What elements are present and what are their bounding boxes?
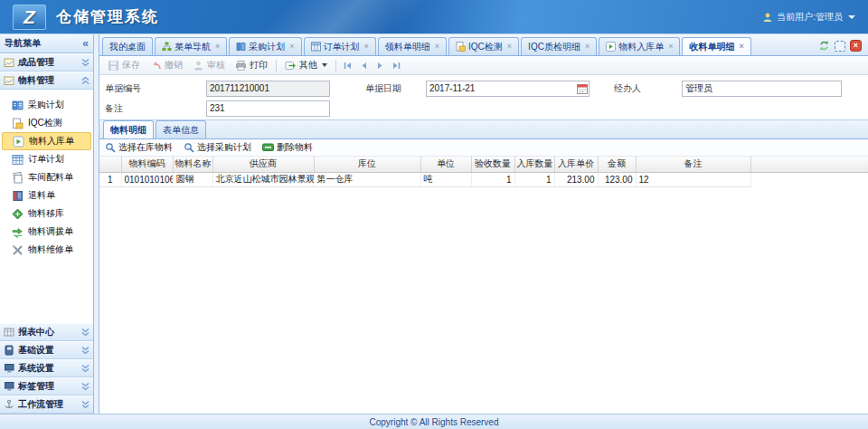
maximize-icon[interactable] <box>835 41 845 52</box>
sidebar-item-label: 订单计划 <box>28 153 64 166</box>
papers-icon <box>12 172 24 184</box>
sidebar-item-material-repair[interactable]: 物料维修单 <box>2 241 91 259</box>
sidebar-panel-base-settings[interactable]: 基础设置 <box>0 341 93 359</box>
save-button[interactable]: 保存 <box>103 58 145 72</box>
tab-form-info[interactable]: 表单信息 <box>156 120 206 138</box>
tab-label: 物料明细 <box>110 124 146 137</box>
first-record-button[interactable] <box>340 60 355 72</box>
col-qty-checked[interactable]: 验收数量 <box>471 157 514 172</box>
collapse-sidebar-icon[interactable]: « <box>82 37 89 50</box>
monitor-icon <box>4 363 14 374</box>
tab-material-inbound[interactable]: 物料入库单 × <box>599 37 680 55</box>
select-purchase-plan-button[interactable]: 选择采购计划 <box>184 141 251 154</box>
print-button[interactable]: 打印 <box>231 58 272 72</box>
doc-date-field[interactable] <box>426 81 590 97</box>
tab-receiving-detail[interactable]: 收料单明细 × <box>682 37 750 55</box>
undo-label: 撤销 <box>165 59 183 72</box>
prev-record-button[interactable] <box>356 60 372 72</box>
sidebar-panel-system-settings[interactable]: 系统设置 <box>0 359 93 377</box>
handler-label: 经办人 <box>614 82 682 95</box>
material-name-cell: 圆钢 <box>173 172 212 186</box>
sidebar-panel-label: 标签管理 <box>18 380 54 393</box>
sidebar-item-material-transfer[interactable]: 物料调拨单 <box>2 223 91 241</box>
sidebar-item-iqc-inspect[interactable]: IQC检测 <box>2 114 91 132</box>
undo-button[interactable]: 撤销 <box>146 58 187 72</box>
sidebar-item-workshop-batching[interactable]: 车间配料单 <box>2 168 91 186</box>
tab-order-plan[interactable]: 订单计划 × <box>304 37 376 55</box>
col-material-code[interactable]: 物料编码 <box>121 157 173 172</box>
crossed-tools-icon <box>12 244 24 256</box>
tab-iqc-qc-detail[interactable]: IQC质检明细 × <box>521 37 597 55</box>
tab-menu-nav[interactable]: 菜单导航 × <box>155 37 227 55</box>
supplier-cell: 北京近山松城市园林景观工程有限 <box>212 172 314 186</box>
sidebar-panel-finished-goods[interactable]: 成品管理 <box>0 53 93 72</box>
refresh-icon[interactable] <box>818 40 830 52</box>
sidebar-panel-materials[interactable]: 物料管理 <box>0 72 93 90</box>
sidebar-panel-label-management[interactable]: 标签管理 <box>0 377 93 396</box>
tab-purchase-plan[interactable]: 采购计划 × <box>229 37 301 55</box>
remark-field[interactable] <box>206 100 330 117</box>
calendar-icon[interactable] <box>577 83 588 94</box>
unit-cell: 吨 <box>420 172 471 186</box>
last-record-button[interactable] <box>389 60 404 72</box>
sidebar-panel-label: 工作流管理 <box>18 398 63 411</box>
col-material-name[interactable]: 物料名称 <box>173 157 212 172</box>
export-icon <box>285 60 297 72</box>
doc-no-label: 单据编号 <box>105 82 206 95</box>
user-menu[interactable]: 当前用户:管理员 <box>762 11 855 24</box>
close-tab-icon[interactable]: × <box>585 43 590 51</box>
anchor-icon <box>4 399 14 410</box>
copyright-text: Copyright © All Rights Reserved <box>370 417 499 427</box>
sidebar-item-material-inbound[interactable]: 物料入库单 <box>2 132 91 150</box>
tabstrip-controls: × <box>818 40 864 55</box>
col-qty-in[interactable]: 入库数量 <box>514 157 554 172</box>
chevron-double-down-icon <box>81 364 90 373</box>
col-remark[interactable]: 备注 <box>636 157 750 172</box>
tab-label: 收料单明细 <box>689 41 734 53</box>
sidebar-item-material-return[interactable]: 退料单 <box>2 186 91 205</box>
sidebar-item-material-move[interactable]: 物料移库 <box>2 205 91 223</box>
sidebar-item-purchase-plan[interactable]: 采购计划 <box>2 96 91 114</box>
tab-picking-detail[interactable]: 领料单明细 × <box>378 37 447 55</box>
close-tab-icon[interactable]: × <box>435 43 439 51</box>
sidebar-item-label: 物料调拨单 <box>28 225 73 238</box>
col-unit-price[interactable]: 入库单价 <box>554 157 598 172</box>
sidebar-item-order-plan[interactable]: 订单计划 <box>2 150 91 168</box>
col-supplier[interactable]: 供应商 <box>212 157 314 172</box>
close-tab-icon[interactable]: × <box>215 43 220 51</box>
audit-button[interactable]: 审核 <box>188 58 230 72</box>
report-grid-icon <box>4 327 14 338</box>
close-tab-icon[interactable]: × <box>739 43 743 51</box>
sidebar-panel-report-center[interactable]: 报表中心 <box>0 323 93 341</box>
doc-no-field[interactable] <box>206 81 330 97</box>
col-location[interactable]: 库位 <box>314 157 420 172</box>
other-button[interactable]: 其他 <box>280 58 332 72</box>
tab-material-detail[interactable]: 物料明细 <box>103 120 154 138</box>
tab-iqc-inspect[interactable]: IQC检测 × <box>448 37 519 55</box>
close-tab-icon[interactable]: × <box>364 43 369 51</box>
next-record-button[interactable] <box>373 60 388 72</box>
picture-icon <box>4 57 14 68</box>
material-grid: 物料编码 物料名称 供应商 库位 单位 验收数量 入库数量 入库单价 金额 备注 <box>99 157 868 414</box>
chevron-double-up-icon <box>81 76 90 85</box>
handler-field[interactable] <box>682 81 842 97</box>
close-panel-icon[interactable]: × <box>850 40 862 52</box>
close-tab-icon[interactable]: × <box>289 43 294 51</box>
tab-my-desktop[interactable]: 我的桌面 <box>102 37 153 55</box>
content-panel: 我的桌面 菜单导航 × 采购计划 × <box>99 34 868 414</box>
col-unit[interactable]: 单位 <box>420 157 471 172</box>
document-tabstrip: 我的桌面 菜单导航 × 采购计划 × <box>99 34 868 56</box>
chevron-double-down-icon <box>81 346 90 355</box>
table-row[interactable]: 1 0101010106 圆钢 北京近山松城市园林景观工程有限 第一仓库 吨 1… <box>99 172 868 186</box>
select-stock-material-button[interactable]: 选择在库物料 <box>105 141 173 154</box>
chevron-double-down-icon <box>81 382 90 391</box>
close-tab-icon[interactable]: × <box>668 43 673 51</box>
book-icon <box>236 42 246 52</box>
col-amount[interactable]: 金额 <box>598 157 636 172</box>
delete-material-button[interactable]: 删除物料 <box>262 141 313 154</box>
page-check-icon <box>456 42 466 52</box>
close-tab-icon[interactable]: × <box>507 43 512 51</box>
sidebar-panel-workflow[interactable]: 工作流管理 <box>0 396 93 414</box>
sidebar-menu: 采购计划 IQC检测 物料入库单 <box>0 90 93 323</box>
sidebar-item-label: 车间配料单 <box>28 171 73 184</box>
